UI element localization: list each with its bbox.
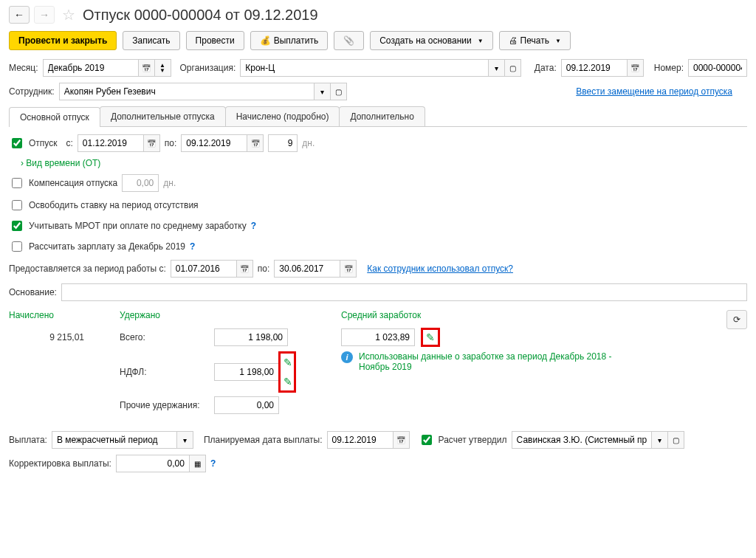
date-input[interactable] [561,59,628,77]
back-button[interactable]: ← [9,6,30,24]
calendar-icon [630,64,639,72]
org-label: Организация: [180,63,236,73]
org-dropdown-button[interactable]: ▾ [489,59,505,77]
vacation-from-input[interactable] [78,134,144,152]
create-based-button[interactable]: Создать на основании ▼ [370,31,492,50]
forward-button[interactable]: → [34,6,55,24]
to-calendar-button[interactable] [247,134,264,152]
compensation-label: Компенсация отпуска [29,178,117,188]
vacation-usage-link[interactable]: Как сотрудник использовал отпуск? [367,264,513,274]
plan-date-calendar-button[interactable] [394,431,410,449]
correction-input[interactable] [116,455,190,472]
save-button[interactable]: Записать [123,31,179,50]
chevron-right-icon: › [21,158,24,168]
print-button[interactable]: Печать ▼ [499,31,571,50]
employee-label: Сотрудник: [9,86,55,97]
compensation-checkbox[interactable] [12,178,22,188]
post-and-close-button[interactable]: Провести и закрыть [9,31,117,50]
release-rate-label: Освободить ставку на период отсутствия [29,200,199,210]
days-unit: дн. [302,138,315,148]
month-input[interactable] [43,59,139,77]
basis-input[interactable] [61,283,747,301]
from-calendar-button[interactable] [144,134,160,152]
period-to-calendar-button[interactable] [340,260,357,278]
employee-input[interactable] [59,83,315,100]
correction-label: Корректировка выплаты: [9,458,111,469]
substitution-link[interactable]: Ввести замещение на период отпуска [576,86,732,97]
release-rate-checkbox[interactable] [12,200,22,210]
compensation-unit: дн. [163,178,176,188]
correction-help-icon[interactable]: ? [210,458,216,469]
days-input[interactable] [268,134,298,152]
pencil-icon[interactable]: ✎ [284,376,292,388]
clip-icon [343,35,354,46]
money-icon [260,35,271,46]
period-from-calendar-button[interactable] [237,260,253,278]
basis-label: Основание: [9,287,57,297]
time-type-toggle[interactable]: › Вид времени (ОТ) [21,158,100,168]
post-button[interactable]: Провести [186,31,244,50]
calendar-icon [147,140,156,148]
other-withheld-input[interactable] [214,396,279,414]
calendar-icon [344,265,353,273]
period-to-label: по: [258,264,270,274]
refresh-button[interactable]: ⟳ [726,310,747,329]
accrued-value: 9 215,01 [9,328,90,347]
refresh-icon: ⟳ [733,314,740,325]
period-to-input[interactable] [274,260,340,278]
vacation-checkbox[interactable] [12,138,22,148]
correction-calc-button[interactable]: ▦ [190,455,206,472]
total-input[interactable] [214,328,288,346]
approved-dropdown-button[interactable]: ▾ [652,431,668,449]
pay-label: Выплатить [274,35,319,46]
approved-by-input[interactable] [512,431,652,449]
updown-icon: ▲▼ [159,63,165,73]
compensation-input[interactable] [122,174,159,192]
create-based-label: Создать на основании [379,35,472,46]
payment-label: Выплата: [9,435,47,445]
employee-dropdown-button[interactable]: ▾ [315,83,331,100]
month-label: Месяц: [9,63,38,73]
total-label: Всего: [120,332,208,342]
pay-button[interactable]: Выплатить [250,31,329,50]
calendar-icon [142,64,151,72]
tab-extra[interactable]: Дополнительно [339,106,425,126]
payment-dropdown-button[interactable]: ▾ [177,431,193,449]
avg-earnings-input[interactable] [341,328,415,346]
tab-accrued-detail[interactable]: Начислено (подробно) [225,106,340,126]
period-from-input[interactable] [171,260,237,278]
from-label: с: [66,138,72,148]
info-icon: i [341,351,353,363]
calc-salary-checkbox[interactable] [12,241,22,252]
vacation-to-input[interactable] [181,134,247,152]
employee-open-button[interactable]: ▢ [331,83,347,100]
calc-salary-help-icon[interactable]: ? [190,241,195,252]
mrot-checkbox[interactable] [12,221,22,231]
attach-button[interactable] [334,31,364,50]
date-calendar-button[interactable] [628,59,644,77]
tab-additional-vacation[interactable]: Дополнительные отпуска [100,106,226,126]
approved-checkbox[interactable] [422,435,432,445]
print-label: Печать [520,35,549,46]
ndfl-label: НДФЛ: [120,367,208,377]
plan-date-input[interactable] [327,431,394,449]
mrot-help-icon[interactable]: ? [251,221,256,231]
approved-label: Расчет утвердил [439,435,507,445]
avg-earnings-hint: Использованы данные о заработке за перио… [359,351,625,372]
approved-open-button[interactable]: ▢ [668,431,684,449]
accrued-header: Начислено [9,310,90,320]
favorite-star-icon[interactable]: ☆ [62,6,75,24]
number-input[interactable] [688,59,747,77]
pencil-icon[interactable]: ✎ [284,356,292,368]
month-stepper[interactable]: ▲▼ [155,59,171,77]
other-withheld-label: Прочие удержания: [120,400,208,410]
calendar-icon [240,265,249,273]
pencil-icon[interactable]: ✎ [426,331,435,343]
org-input[interactable] [240,59,489,77]
ndfl-input[interactable] [214,363,279,381]
org-open-button[interactable]: ▢ [505,59,521,77]
tab-main-vacation[interactable]: Основной отпуск [9,107,100,127]
month-calendar-button[interactable] [139,59,155,77]
payment-select[interactable] [52,431,177,449]
page-title: Отпуск 0000-000004 от 09.12.2019 [83,7,318,24]
